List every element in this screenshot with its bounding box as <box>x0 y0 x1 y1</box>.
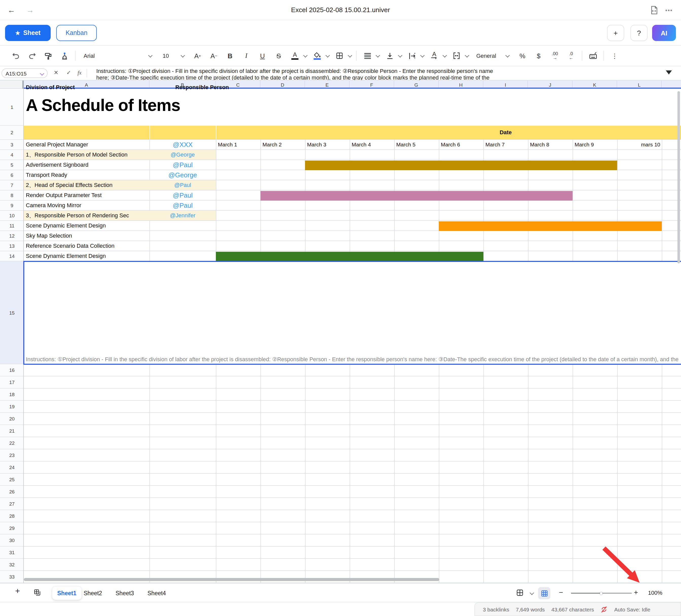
add-sheet-icon[interactable]: + <box>15 587 20 596</box>
row-header-14[interactable]: 14 <box>0 251 24 261</box>
gantt-bar-row-8[interactable] <box>260 191 573 201</box>
row-header-1[interactable]: 1 <box>0 88 24 126</box>
task-name-cell[interactable]: Scene Dynamic Element Design <box>26 221 149 230</box>
task-name-cell[interactable]: Sky Map Selection <box>26 231 149 240</box>
chevron-down-icon[interactable] <box>420 53 425 57</box>
ai-button[interactable]: AI <box>652 25 676 41</box>
gantt-bar-row-11[interactable] <box>439 222 662 231</box>
chevron-down-icon[interactable] <box>376 53 380 57</box>
autosave-status[interactable]: Auto Save: Idle <box>614 606 650 612</box>
row-header-28[interactable]: 28 <box>0 510 24 522</box>
responsible-person-cell[interactable]: @Jennifer <box>149 211 216 220</box>
expand-formula-bar-icon[interactable] <box>666 70 672 74</box>
vertical-align-icon[interactable] <box>384 49 395 62</box>
row-header-22[interactable]: 22 <box>0 437 24 449</box>
add-view-button[interactable]: + <box>607 25 624 41</box>
chevron-down-icon[interactable] <box>348 53 352 57</box>
borders-icon[interactable] <box>334 49 345 62</box>
font-family-select[interactable]: Arial <box>80 49 155 62</box>
confirm-icon[interactable]: ✓ <box>66 70 71 76</box>
zoom-slider[interactable] <box>571 593 632 594</box>
more-menu-icon[interactable]: ••• <box>665 7 673 13</box>
task-row-4[interactable]: 1、Responsible Person of Model Section@Ge… <box>24 150 681 160</box>
text-rotate-icon[interactable]: A <box>429 49 440 62</box>
task-row-7[interactable]: 2、Head of Special Effects Section@Paul <box>24 180 681 190</box>
row-header-29[interactable]: 29 <box>0 522 24 534</box>
task-row-10[interactable]: 3、Responsible Person of Rendering Sec@Je… <box>24 211 681 221</box>
row-header-10[interactable]: 10 <box>0 211 24 221</box>
responsible-person-cell[interactable]: @George <box>149 150 216 159</box>
fill-color-icon[interactable] <box>311 49 323 62</box>
responsible-person-cell[interactable]: @Paul <box>149 160 216 170</box>
row-header-23[interactable]: 23 <box>0 449 24 461</box>
chevron-down-icon[interactable] <box>465 53 469 57</box>
task-name-cell[interactable]: Scene Dynamic Element Design <box>26 251 149 261</box>
date-label-cell[interactable]: March 4 <box>352 140 371 149</box>
row-header-4[interactable]: 4 <box>0 150 24 160</box>
zoom-out-icon[interactable]: − <box>559 588 563 596</box>
sheet-tab-Sheet1[interactable]: Sheet1 <box>52 587 81 600</box>
row-header-8[interactable]: 8 <box>0 190 24 201</box>
text-wrap-icon[interactable] <box>406 49 418 62</box>
increase-decimal-icon[interactable]: .00→ <box>549 49 560 62</box>
grid-view-button[interactable] <box>538 587 550 599</box>
format-painter-icon[interactable] <box>43 49 54 62</box>
clear-format-icon[interactable] <box>59 49 70 62</box>
select-all-corner[interactable] <box>0 80 24 88</box>
sheet-list-icon[interactable] <box>33 589 42 599</box>
responsible-person-cell[interactable]: @Paul <box>149 180 216 190</box>
task-name-cell[interactable]: 1、Responsible Person of Model Section <box>26 150 149 159</box>
row-header-2[interactable]: 2 <box>0 126 24 140</box>
row-header-15[interactable]: 15 <box>0 261 24 364</box>
chevron-down-icon[interactable] <box>303 53 307 57</box>
italic-icon[interactable]: I <box>241 49 252 62</box>
row-header-21[interactable]: 21 <box>0 425 24 437</box>
row-header-17[interactable]: 17 <box>0 376 24 388</box>
row-header-6[interactable]: 6 <box>0 170 24 180</box>
zoom-level[interactable]: 100% <box>648 590 662 596</box>
sheet-tab-Sheet3[interactable]: Sheet3 <box>110 587 139 600</box>
redo-icon[interactable] <box>26 49 37 62</box>
sheet-tab-Sheet4[interactable]: Sheet4 <box>143 587 171 600</box>
responsible-person-cell[interactable]: @Paul <box>149 190 216 200</box>
undo-icon[interactable] <box>10 49 21 62</box>
task-name-cell[interactable]: Advertisement Signboard <box>26 160 149 170</box>
row-header-13[interactable]: 13 <box>0 241 24 251</box>
decrease-decimal-icon[interactable]: .0← <box>565 49 577 62</box>
task-name-cell[interactable]: Render Output Parameter Test <box>26 190 149 200</box>
date-label-cell[interactable]: March 6 <box>441 140 460 149</box>
gantt-bar-row-5[interactable] <box>305 161 617 170</box>
strikethrough-icon[interactable]: S <box>273 49 284 62</box>
responsible-person-cell[interactable]: @Paul <box>149 201 216 210</box>
date-label-cell[interactable]: March 1 <box>218 140 237 149</box>
row-header-26[interactable]: 26 <box>0 486 24 498</box>
task-name-cell[interactable]: Camera Moving Mirror <box>26 201 149 210</box>
formula-content[interactable]: Instructions: ①Project division - Fill i… <box>96 68 661 80</box>
row-header-30[interactable]: 30 <box>0 534 24 546</box>
horizontal-scrollbar[interactable] <box>24 578 439 581</box>
bold-icon[interactable]: B <box>224 49 236 62</box>
task-row-3[interactable]: General Project Manager@XXXMarch 1March … <box>24 140 681 150</box>
fx-icon[interactable]: fx <box>78 70 82 76</box>
sheet-tab-Sheet2[interactable]: Sheet2 <box>78 587 107 600</box>
zoom-in-icon[interactable]: + <box>634 588 638 596</box>
help-button[interactable]: ? <box>630 25 648 41</box>
row-header-32[interactable]: 32 <box>0 559 24 571</box>
row-header-3[interactable]: 3 <box>0 140 24 150</box>
spreadsheet-grid[interactable]: ABCDEFGHIJKL1234567891011121314151617181… <box>0 80 681 583</box>
chevron-down-icon[interactable] <box>326 53 330 57</box>
row-header-18[interactable]: 18 <box>0 388 24 401</box>
task-row-13[interactable]: Reference Scenario Data Collection <box>24 241 681 251</box>
date-label-cell[interactable]: March 5 <box>396 140 415 149</box>
row-header-5[interactable]: 5 <box>0 160 24 170</box>
task-row-9[interactable]: Camera Moving Mirror@Paul <box>24 201 681 211</box>
view-grid-icon[interactable] <box>516 589 524 599</box>
row-header-11[interactable]: 11 <box>0 221 24 231</box>
row-header-24[interactable]: 24 <box>0 461 24 473</box>
increase-font-icon[interactable]: A+ <box>192 49 203 62</box>
row-header-12[interactable]: 12 <box>0 231 24 241</box>
kanban-mode-button[interactable]: Kanban <box>56 25 97 41</box>
date-label-cell[interactable]: March 7 <box>485 140 505 149</box>
zoom-slider-handle[interactable] <box>600 592 603 594</box>
date-label-cell[interactable]: mars 10 <box>617 140 660 149</box>
